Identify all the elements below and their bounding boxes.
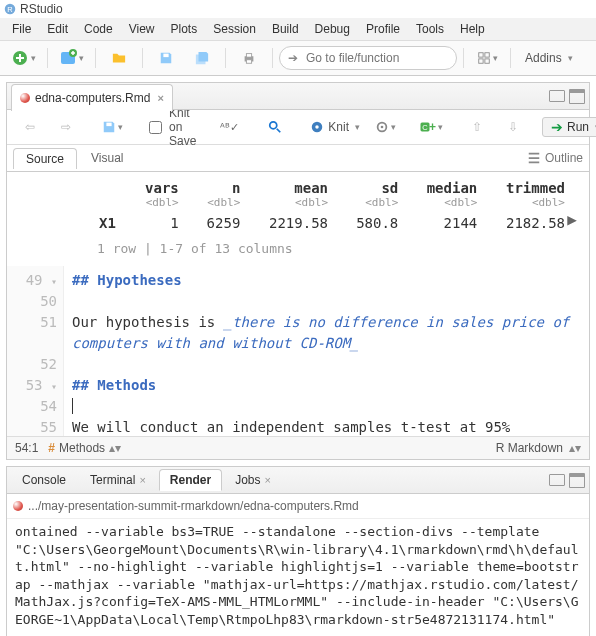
th-median: median bbox=[427, 180, 478, 196]
open-file-button[interactable] bbox=[102, 45, 136, 71]
addins-label: Addins bbox=[525, 51, 562, 65]
lang-label: R Markdown bbox=[496, 441, 563, 455]
menu-build[interactable]: Build bbox=[264, 20, 307, 38]
menu-bar: File Edit Code View Plots Session Build … bbox=[0, 18, 596, 41]
go-prev-chunk-button[interactable]: ⇧ bbox=[460, 114, 494, 140]
toolbar-separator bbox=[142, 48, 143, 68]
close-tab-button[interactable]: × bbox=[157, 92, 163, 104]
save-button[interactable] bbox=[149, 45, 183, 71]
close-tab-button[interactable]: × bbox=[139, 474, 145, 486]
run-button[interactable]: ➔ Run ▾ bbox=[542, 117, 596, 137]
menu-profile[interactable]: Profile bbox=[358, 20, 408, 38]
code-editor[interactable]: 49 ▾ 50 51 52 53 ▾ 54 55 ## Hypotheses O… bbox=[7, 266, 589, 436]
maximize-pane-icon[interactable] bbox=[569, 89, 585, 104]
tab-render[interactable]: Render bbox=[159, 469, 222, 491]
svg-rect-12 bbox=[484, 59, 488, 63]
tab-terminal[interactable]: Terminal × bbox=[79, 469, 157, 491]
chevron-down-icon: ▾ bbox=[568, 53, 573, 63]
tab-source[interactable]: Source bbox=[13, 148, 77, 169]
goto-input[interactable] bbox=[304, 50, 428, 66]
tab-jobs[interactable]: Jobs × bbox=[224, 469, 282, 491]
editor-tab[interactable]: edna-computers.Rmd × bbox=[11, 84, 173, 111]
render-output: ontained --variable bs3=TRUE --standalon… bbox=[7, 519, 589, 632]
run-label: Run bbox=[567, 120, 589, 134]
rmd-doc-icon bbox=[13, 501, 23, 511]
table-row: X1 1 6259 2219.58 580.8 2144 2182.58 bbox=[87, 211, 577, 235]
menu-code[interactable]: Code bbox=[76, 20, 121, 38]
menu-session[interactable]: Session bbox=[205, 20, 264, 38]
back-button[interactable]: ⇦ bbox=[13, 114, 47, 140]
knit-on-save-checkbox[interactable] bbox=[149, 121, 162, 134]
source-text[interactable]: ## Hypotheses Our hypothesis is _there i… bbox=[64, 266, 589, 436]
minimize-pane-icon[interactable] bbox=[549, 474, 565, 486]
toolbar-separator bbox=[47, 48, 48, 68]
th-sd: sd bbox=[381, 180, 398, 196]
menu-plots[interactable]: Plots bbox=[163, 20, 206, 38]
menu-tools[interactable]: Tools bbox=[408, 20, 452, 38]
menu-help[interactable]: Help bbox=[452, 20, 493, 38]
menu-edit[interactable]: Edit bbox=[39, 20, 76, 38]
line-gutter: 49 ▾ 50 51 52 53 ▾ 54 55 bbox=[7, 266, 64, 436]
hash-icon: # bbox=[48, 441, 55, 455]
svg-rect-8 bbox=[246, 60, 251, 64]
svg-rect-11 bbox=[478, 59, 482, 63]
chevron-down-icon: ▾ bbox=[79, 53, 84, 63]
find-replace-button[interactable] bbox=[258, 114, 292, 140]
knit-on-save[interactable]: Knit on Save bbox=[141, 106, 200, 148]
grid-view-button[interactable]: ▾ bbox=[470, 45, 504, 71]
addins-dropdown[interactable]: Addins ▾ bbox=[517, 49, 581, 67]
forward-button[interactable]: ⇨ bbox=[49, 114, 83, 140]
new-project-button[interactable]: ▾ bbox=[54, 45, 89, 71]
chevron-down-icon: ▾ bbox=[438, 122, 443, 132]
goto-file-function[interactable]: ➔ bbox=[279, 46, 457, 70]
menu-debug[interactable]: Debug bbox=[307, 20, 358, 38]
menu-view[interactable]: View bbox=[121, 20, 163, 38]
window-title: RStudio bbox=[20, 2, 63, 16]
toolbar-separator bbox=[225, 48, 226, 68]
editor-toolbar: ⇦ ⇨ ▾ Knit on Save ᴬᴮ✓ Knit ▾ ▾ C bbox=[7, 110, 589, 145]
run-arrow-icon: ➔ bbox=[551, 120, 563, 134]
knit-on-save-label: Knit on Save bbox=[169, 106, 196, 148]
close-tab-button[interactable]: × bbox=[265, 474, 271, 486]
svg-rect-7 bbox=[246, 54, 251, 58]
svg-rect-13 bbox=[106, 123, 111, 127]
new-file-button[interactable]: ▾ bbox=[6, 45, 41, 71]
maximize-pane-icon[interactable] bbox=[569, 473, 585, 488]
knit-label: Knit bbox=[328, 120, 349, 134]
chevron-down-icon: ▾ bbox=[493, 53, 498, 63]
svg-rect-5 bbox=[163, 54, 168, 58]
editor-pane: edna-computers.Rmd × ⇦ ⇨ ▾ Knit on Save … bbox=[6, 82, 590, 460]
tab-console[interactable]: Console bbox=[11, 469, 77, 491]
knit-options-button[interactable]: ▾ bbox=[368, 114, 402, 140]
goto-arrow-icon: ➔ bbox=[288, 51, 298, 65]
fold-icon[interactable]: ▾ bbox=[51, 276, 57, 287]
table-next-cols-button[interactable]: ▶ bbox=[567, 210, 577, 229]
svg-rect-10 bbox=[484, 53, 488, 57]
th-mean: mean bbox=[294, 180, 328, 196]
save-all-button[interactable] bbox=[185, 45, 219, 71]
tab-visual[interactable]: Visual bbox=[79, 148, 135, 168]
window-titlebar: R RStudio bbox=[0, 0, 596, 18]
svg-point-14 bbox=[270, 122, 277, 129]
console-pane: Console Terminal × Render Jobs × .../may… bbox=[6, 466, 590, 636]
editor-tab-label: edna-computers.Rmd bbox=[35, 91, 150, 105]
fold-icon[interactable]: ▾ bbox=[51, 381, 57, 392]
chevron-down-icon: ▾ bbox=[391, 122, 396, 132]
toolbar-separator bbox=[510, 48, 511, 68]
row-name: X1 bbox=[87, 211, 129, 235]
print-button[interactable] bbox=[232, 45, 266, 71]
menu-file[interactable]: File bbox=[4, 20, 39, 38]
go-next-chunk-button[interactable]: ⇩ bbox=[496, 114, 530, 140]
scope-nav[interactable]: # Methods ▴▾ bbox=[48, 441, 121, 455]
minimize-pane-icon[interactable] bbox=[549, 90, 565, 102]
knit-button[interactable]: Knit ▾ bbox=[304, 118, 366, 136]
source-visual-tabs: Source Visual Outline bbox=[7, 145, 589, 172]
outline-toggle[interactable]: Outline bbox=[527, 151, 583, 165]
svg-rect-9 bbox=[478, 53, 482, 57]
svg-text:C: C bbox=[422, 123, 428, 132]
save-doc-button[interactable]: ▾ bbox=[95, 114, 129, 140]
updown-icon: ▴▾ bbox=[109, 441, 121, 455]
spellcheck-button[interactable]: ᴬᴮ✓ bbox=[212, 114, 246, 140]
rmd-doc-icon bbox=[20, 93, 30, 103]
insert-chunk-button[interactable]: C + ▾ bbox=[414, 114, 448, 140]
